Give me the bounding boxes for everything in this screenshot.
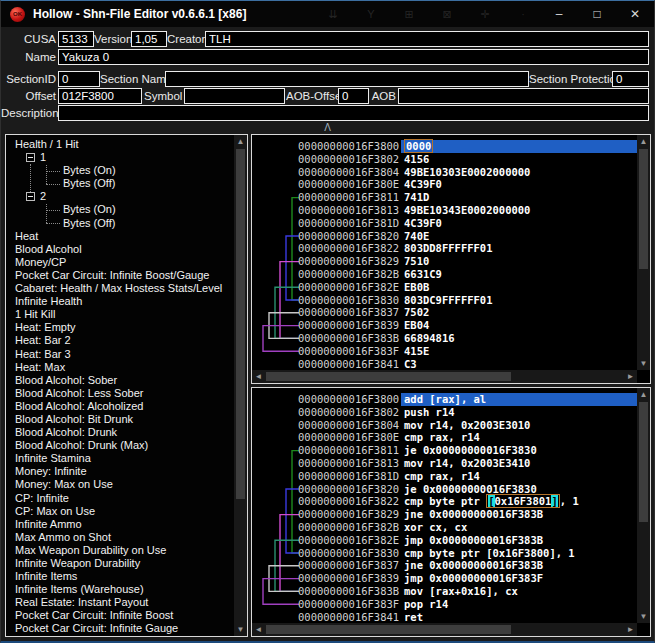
aob-field[interactable] [398,88,649,104]
disasm-row[interactable]: 00000000016F3820je 0x00000000016F3830 [252,483,637,496]
disasm-horizontal-scrollbar[interactable]: ◄ ► [252,623,637,636]
disasm-row[interactable]: 00000000016F382Ejmp 0x00000000016F383B [252,534,637,547]
tree-item[interactable]: CP: Infinite [6,492,234,505]
hex-row[interactable]: 00000000016F382EEB0B [252,281,637,294]
pin-icon[interactable]: ✛ [475,8,495,21]
tree-item[interactable]: Blood Alcohol: Bit Drunk [6,413,234,426]
version-field[interactable] [131,31,167,47]
collapse-double-chevron-icon[interactable]: ⇊ [323,8,343,21]
collapse-splitter[interactable]: Λ [1,121,654,134]
collapse-toggle-icon[interactable] [26,192,35,201]
tree-item[interactable]: Max Weapon Durability on Use [6,544,234,557]
tree-item[interactable]: Blood Alcohol: Drunk [6,426,234,439]
tree-item[interactable]: Money: Max on Use [6,478,234,491]
tree-item[interactable]: 1 [6,151,234,164]
byte-edit-box[interactable]: 0000 [404,139,433,153]
tree-item[interactable]: Bytes (On) [6,203,234,216]
tree-item[interactable]: Infinite Items (Warehouse) [6,583,234,596]
scrollbar-thumb[interactable] [266,372,511,381]
tree-item[interactable]: Pocket Car Circuit: Infinite Boost [6,609,234,622]
disasm-row[interactable]: 00000000016F3841ret [252,611,637,623]
disasm-row[interactable]: 00000000016F380Ecmp rax, r14 [252,431,637,444]
tree-item[interactable]: Infinite Weapon Durability [6,557,234,570]
disasm-row[interactable]: 00000000016F382Bxor cx, cx [252,521,637,534]
tree-item[interactable]: Heat [6,230,234,243]
hex-row[interactable]: 00000000016F3820740E [252,230,637,243]
scroll-down-icon[interactable]: ▼ [234,623,247,636]
tree-item[interactable]: Cabaret: Health / Max Hostess Stats/Leve… [6,282,234,295]
tree-item[interactable]: Heat: Bar 2 [6,334,234,347]
disasm-row[interactable]: 00000000016F3802push r14 [252,406,637,419]
scroll-down-icon[interactable]: ▼ [637,357,650,370]
disasm-row[interactable]: 00000000016F3830cmp byte ptr [0x16F3800]… [252,547,637,560]
disasm-row[interactable]: 00000000016F383Fpop r14 [252,598,637,611]
aob-offset-field[interactable] [338,88,369,104]
tree-item[interactable]: Blood Alcohol [6,243,234,256]
hex-row[interactable]: 00000000016F3839EB04 [252,319,637,332]
disasm-row[interactable]: 00000000016F3822cmp byte ptr [0x16F3801]… [252,495,637,508]
scrollbar-thumb[interactable] [266,625,511,634]
hex-row[interactable]: 00000000016F3830803DC9FFFFFF01 [252,294,637,307]
hex-row[interactable]: 00000000016F3841C3 [252,358,637,370]
tree-item[interactable]: Blood Alcohol: Less Sober [6,387,234,400]
minimize-button[interactable]: – [540,1,578,27]
disasm-row[interactable]: 00000000016F381Dcmp rax, r14 [252,470,637,483]
tree-item[interactable]: 1 Hit Kill [6,308,234,321]
tree-item[interactable]: Money: Infinite [6,465,234,478]
tree-item[interactable]: Health / 1 Hit [6,138,234,151]
scroll-right-icon[interactable]: ► [624,623,637,636]
tree-item[interactable]: Bytes (Off) [6,177,234,190]
hex-row[interactable]: 00000000016F380E4C39F0 [252,178,637,191]
name-field[interactable] [58,49,649,65]
scroll-up-icon[interactable]: ▲ [234,135,247,148]
tree-item[interactable]: Heat: Bar 3 [6,348,234,361]
disasm-row[interactable]: 00000000016F383Bmov [rax+0x16], cx [252,585,637,598]
tree-item[interactable]: Pocket Car Circuit: Infinite Gauge [6,622,234,635]
scroll-right-icon[interactable]: ► [624,370,637,383]
branch-icon[interactable]: Y [361,8,381,20]
tree-item[interactable]: Blood Alcohol: Drunk (Max) [6,439,234,452]
tree-item[interactable]: Infinite Ammo [6,518,234,531]
scroll-up-icon[interactable]: ▲ [637,388,650,401]
hex-vertical-scrollbar[interactable]: ▲ ▼ [637,135,650,370]
scroll-left-icon[interactable]: ◄ [252,370,265,383]
add-box-icon[interactable]: ⊞ [399,8,419,21]
hex-row[interactable]: 00000000016F3811741D [252,191,637,204]
tree-item[interactable]: CP: Max on Use [6,505,234,518]
scrollbar-thumb[interactable] [236,149,245,499]
tree-item[interactable]: Bytes (Off) [6,217,234,230]
disasm-row[interactable]: 00000000016F3837jne 0x00000000016F383B [252,559,637,572]
tree-vertical-scrollbar[interactable]: ▲ ▼ [234,135,247,636]
disasm-row[interactable]: 00000000016F3839jmp 0x00000000016F383F [252,572,637,585]
tree-item[interactable]: Pocket Car Circuit: Infinite Boost/Gauge [6,269,234,282]
disasm-row[interactable]: 00000000016F3813mov r14, 0x2003E3410 [252,457,637,470]
tree-item[interactable]: Infinite Stamina [6,452,234,465]
cusa-field[interactable] [58,31,94,47]
tree-item[interactable]: Infinite Items [6,570,234,583]
disasm-row[interactable]: 00000000016F3811je 0x00000000016F3830 [252,444,637,457]
symbol-field[interactable] [184,88,285,104]
tree-item[interactable]: Heat: Empty [6,321,234,334]
hex-row[interactable]: 00000000016F3822803DD8FFFFFF01 [252,242,637,255]
tree-item[interactable]: Blood Alcohol: Alcoholized [6,400,234,413]
offset-field[interactable] [58,88,142,104]
disasm-row[interactable]: 00000000016F3829jne 0x00000000016F383B [252,508,637,521]
tree-item[interactable]: Real Estate: Instant Payout [6,596,234,609]
hex-row[interactable]: 00000000016F38377502 [252,306,637,319]
disasm-row[interactable]: 00000000016F3800add [rax], al [252,393,637,406]
close-button[interactable]: ✕ [616,1,654,27]
tree-item[interactable]: Bytes (On) [6,164,234,177]
hex-row[interactable]: 00000000016F383B66894816 [252,332,637,345]
hex-row[interactable]: 00000000016F38297510 [252,255,637,268]
operand-edit-box[interactable]: [0x16F3801] [486,494,560,508]
hex-row[interactable]: 00000000016F380449BE10303E0002000000 [252,166,637,179]
disasm-row[interactable]: 00000000016F3804mov r14, 0x2003E3010 [252,419,637,432]
disasm-vertical-scrollbar[interactable]: ▲ ▼ [637,388,650,623]
hex-row[interactable]: 00000000016F381349BE10343E0002000000 [252,204,637,217]
hex-row[interactable]: 00000000016F382B6631C9 [252,268,637,281]
tree-item[interactable]: Blood Alcohol: Sober [6,374,234,387]
hex-row[interactable]: 00000000016F381D4C39F0 [252,217,637,230]
tree-item[interactable]: Heat: Max [6,361,234,374]
description-field[interactable] [58,105,649,121]
hex-row[interactable]: 00000000016F38000000 [252,140,637,153]
